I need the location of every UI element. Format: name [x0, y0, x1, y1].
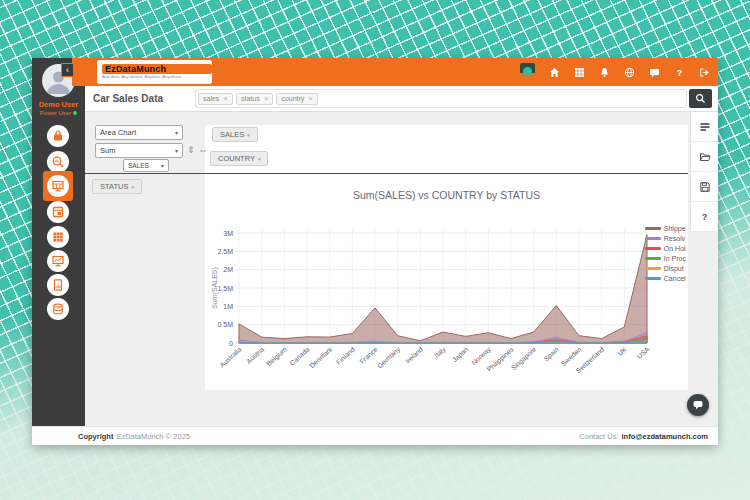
svg-text:Japan: Japan — [451, 345, 470, 363]
chat-bubble-icon — [692, 399, 704, 411]
messages-icon[interactable] — [648, 66, 660, 78]
chip-close-icon[interactable]: × — [308, 96, 313, 102]
filter-chip-country[interactable]: country × — [276, 93, 318, 105]
chevron-down-icon: ▾ — [175, 147, 178, 154]
topbar-actions: ? — [520, 58, 710, 86]
legend-swatch — [645, 227, 661, 230]
sidebar-item-report[interactable] — [47, 274, 69, 296]
legend-item-shipped[interactable]: Shippe — [645, 225, 686, 232]
sidebar-item-search-analytics[interactable] — [47, 151, 69, 173]
y-axis-label: Sum(SALES) — [211, 267, 219, 309]
chat-fab-button[interactable] — [687, 394, 709, 416]
sidebar-collapse-button[interactable]: ‹ — [61, 63, 74, 77]
shopping-bag-icon — [51, 129, 65, 143]
chip-close-icon[interactable]: × — [264, 96, 269, 102]
svg-text:Italy: Italy — [433, 345, 448, 360]
menu-button[interactable] — [691, 112, 718, 142]
logout-icon[interactable] — [698, 66, 710, 78]
sidebar-item-dashboard-active[interactable] — [43, 171, 73, 201]
status-dimension-button[interactable]: STATUS ▾ — [92, 179, 142, 194]
chart-type-select[interactable]: Area Chart ▾ — [95, 125, 183, 140]
svg-text:Spain: Spain — [542, 345, 560, 363]
page-title: Car Sales Data — [93, 93, 163, 104]
aggregation-value: Sum — [100, 146, 115, 155]
monitor-chart-icon — [51, 254, 65, 268]
chart-type-value: Area Chart — [100, 128, 136, 137]
search-icon — [695, 93, 706, 104]
country-dimension-button[interactable]: COUNTRY ▾ — [210, 151, 268, 166]
data-grid-icon — [51, 230, 65, 244]
user-name: Demo User — [32, 100, 85, 109]
help-icon[interactable]: ? — [673, 66, 685, 78]
sidebar-item-data-grid[interactable] — [47, 226, 69, 248]
y-axis-ticks: 00.5M1M1.5M2M2.5M3M — [217, 230, 233, 347]
page-background: Demo User Power User — [0, 0, 750, 500]
sidebar-item-shopping-bag[interactable] — [47, 125, 69, 147]
sidebar-item-window[interactable] — [47, 201, 69, 223]
top-navbar: EzDataMunch Any data, Any device, Anytim… — [72, 58, 718, 86]
search-button[interactable] — [689, 89, 712, 108]
legend-swatch — [645, 247, 661, 250]
globe-icon[interactable] — [623, 66, 635, 78]
chevron-down-icon: ▾ — [161, 162, 164, 169]
svg-text:?: ? — [676, 67, 682, 77]
legend-item-on-hold[interactable]: On Hol — [645, 245, 686, 252]
rail-help-button[interactable]: ? — [691, 202, 718, 232]
chart-legend: ShippeResolvOn HolIn ProcDisputCancel — [645, 225, 686, 282]
contact: Contact Us:info@ezdatamunch.com — [576, 432, 708, 441]
home-icon[interactable] — [548, 66, 560, 78]
aggregation-select[interactable]: Sum ▾ — [95, 143, 183, 158]
legend-item-resolved[interactable]: Resolv — [645, 235, 686, 242]
resize-handles[interactable]: ⇕⇔ — [187, 145, 212, 155]
content-area: Sum(SALES) vs COUNTRY by STATUS 00.5M1M1… — [85, 112, 718, 426]
filter-chip-status[interactable]: status × — [236, 93, 273, 105]
dashboard-grid-icon — [51, 179, 65, 193]
legend-item-cancelled[interactable]: Cancel — [645, 275, 686, 282]
legend-label: Disput — [664, 265, 684, 272]
caret-down-icon: ▾ — [131, 184, 134, 190]
save-button[interactable] — [691, 172, 718, 202]
svg-text:Australia: Australia — [218, 345, 242, 368]
legend-item-disputed[interactable]: Disput — [645, 265, 686, 272]
svg-text:France: France — [358, 345, 379, 365]
area-chart[interactable]: 00.5M1M1.5M2M2.5M3MSum(SALES)AustraliaAu… — [209, 217, 653, 383]
copyright-text: EzDataMunch © 2025 — [116, 432, 189, 441]
bell-icon[interactable] — [598, 66, 610, 78]
resize-vertical-icon[interactable]: ⇕ — [187, 145, 199, 155]
svg-text:UK: UK — [616, 345, 628, 357]
chip-close-icon[interactable]: × — [223, 96, 228, 102]
svg-text:USA: USA — [636, 345, 651, 360]
filter-chip-bar[interactable]: sales × status × country × — [195, 89, 687, 108]
svg-text:0: 0 — [229, 340, 233, 347]
x-axis-labels: AustraliaAustriaBelgiumCanadaDenmarkFinl… — [218, 345, 651, 374]
filter-chip-sales[interactable]: sales × — [198, 93, 233, 105]
caret-down-icon: ▾ — [258, 156, 261, 162]
contact-label: Contact Us: — [579, 432, 618, 441]
window-frame-icon — [51, 205, 65, 219]
logo-tagline: Any data, Any device, Anytime, Anywhere — [102, 74, 181, 78]
legend-item-in-process[interactable]: In Proc — [645, 255, 686, 262]
svg-text:2.5M: 2.5M — [217, 248, 233, 255]
app-footer: CopyrightEzDataMunch © 2025 Contact Us:i… — [32, 426, 718, 445]
sidebar-item-monitor-chart[interactable] — [47, 250, 69, 272]
legend-swatch — [645, 257, 661, 260]
chip-label: sales — [203, 95, 219, 102]
measure-select[interactable]: SALES ▾ — [123, 159, 169, 172]
contact-email[interactable]: info@ezdatamunch.com — [622, 432, 709, 441]
chip-label: country — [281, 95, 304, 102]
sales-button-label: SALES — [220, 130, 244, 139]
report-document-icon — [51, 278, 65, 292]
chip-label: status — [241, 95, 260, 102]
main-area: EzDataMunch Any data, Any device, Anytim… — [85, 58, 718, 426]
save-icon — [699, 181, 711, 193]
logo[interactable]: EzDataMunch Any data, Any device, Anytim… — [97, 60, 212, 84]
svg-text:Ireland: Ireland — [404, 345, 424, 364]
question-icon: ? — [702, 212, 708, 222]
status-button-label: STATUS — [100, 182, 128, 191]
apps-grid-icon[interactable] — [573, 66, 585, 78]
copyright: CopyrightEzDataMunch © 2025 — [78, 432, 190, 441]
svg-text:Finland: Finland — [335, 345, 356, 365]
open-button[interactable] — [691, 142, 718, 172]
sidebar-item-database[interactable] — [47, 298, 69, 320]
sales-dimension-button[interactable]: SALES ▾ — [212, 127, 258, 142]
